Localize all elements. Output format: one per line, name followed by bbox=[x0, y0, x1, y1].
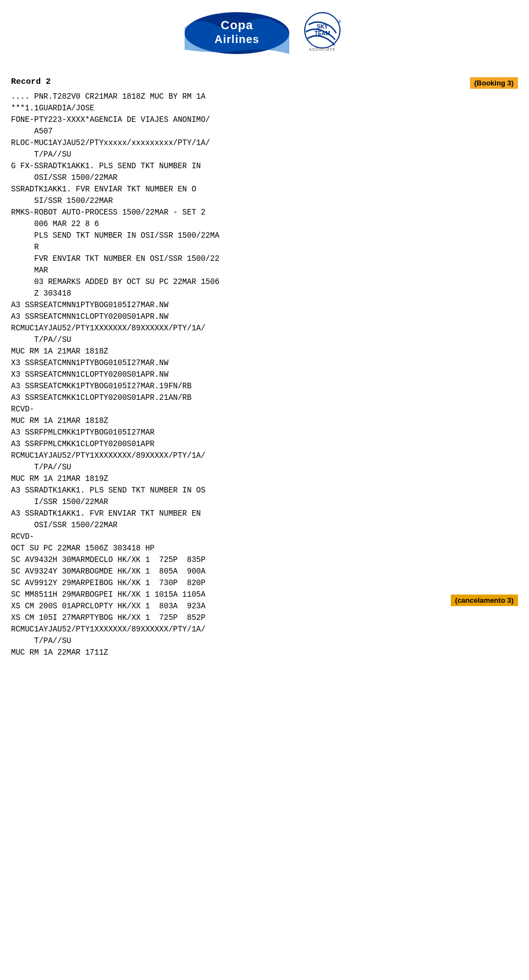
booking-badge: (Booking 3) bbox=[470, 77, 519, 89]
cancelamento-badge: (cancelamento 3) bbox=[451, 595, 518, 606]
svg-text:TEAM: TEAM bbox=[315, 30, 330, 36]
svg-text:Copa: Copa bbox=[221, 18, 253, 32]
main-content-text: .... PNR.T282V0 CR21MAR 1818Z MUC BY RM … bbox=[11, 91, 518, 658]
content-area: (Booking 3) Record 2 .... PNR.T282V0 CR2… bbox=[0, 61, 529, 670]
svg-text:Airlines: Airlines bbox=[214, 33, 259, 45]
logo-container: Copa Airlines SKY TEAM bbox=[182, 11, 347, 55]
header: Copa Airlines SKY TEAM bbox=[0, 0, 529, 61]
svg-text:®: ® bbox=[338, 20, 342, 24]
page-wrapper: Copa Airlines SKY TEAM bbox=[0, 0, 529, 670]
skyteam-logo: SKY TEAM ® ASSOCIATE bbox=[298, 11, 347, 55]
text-wrapper: .... PNR.T282V0 CR21MAR 1818Z MUC BY RM … bbox=[11, 91, 518, 658]
svg-text:ASSOCIATE: ASSOCIATE bbox=[309, 47, 336, 51]
copa-airlines-logo: Copa Airlines bbox=[182, 11, 292, 55]
record-label: Record 2 bbox=[11, 77, 518, 87]
svg-text:SKY: SKY bbox=[317, 24, 328, 30]
